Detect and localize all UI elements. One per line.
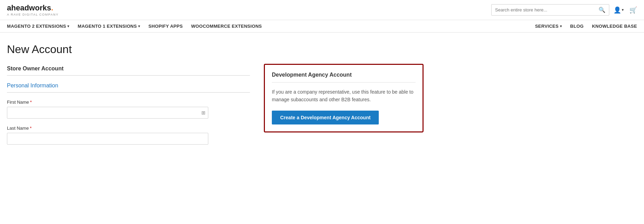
search-icon: 🔍 — [599, 7, 605, 13]
nav-shopify[interactable]: SHOPIFY APPS — [149, 24, 183, 29]
dev-agency-card: Development Agency Account If you are a … — [264, 64, 424, 132]
left-column: New Account Store Owner Account Personal… — [7, 43, 250, 152]
first-name-label: First Name * — [7, 100, 250, 105]
nav-services[interactable]: SERVICES ▾ — [535, 24, 562, 29]
logo-works: works — [29, 3, 51, 12]
personal-info-section-title: Personal Information — [7, 83, 250, 93]
search-box[interactable]: 🔍 — [491, 4, 609, 16]
right-column: Development Agency Account If you are a … — [264, 43, 424, 152]
last-name-required: * — [30, 126, 32, 131]
nav-services-label: SERVICES — [535, 24, 559, 29]
nav-woocommerce-label: WOOCOMMERCE EXTENSIONS — [191, 24, 262, 29]
account-icon: 👤 — [613, 6, 621, 14]
page-content: New Account Store Owner Account Personal… — [0, 33, 486, 162]
cart-icon: 🛒 — [629, 6, 637, 14]
nav-magento2-label: MAGENTO 2 EXTENSIONS — [7, 24, 66, 29]
cart-button[interactable]: 🛒 — [629, 6, 637, 14]
nav-knowledge-base[interactable]: KNOWLEDGE BASE — [592, 24, 637, 29]
nav-blog[interactable]: BLOG — [570, 24, 584, 29]
logo-dot: . — [51, 3, 53, 12]
last-name-input[interactable] — [7, 133, 208, 145]
logo-ahead: ahead — [7, 3, 29, 12]
nav-magento1-chevron: ▾ — [138, 24, 140, 28]
nav-blog-label: BLOG — [570, 24, 584, 29]
search-input[interactable] — [495, 7, 599, 12]
first-name-input[interactable] — [7, 107, 208, 119]
nav-magento1-label: MAGENTO 1 EXTENSIONS — [78, 24, 137, 29]
account-chevron: ▾ — [622, 8, 624, 12]
first-name-wrapper: ⊞ — [7, 107, 208, 119]
logo-tagline: A RAVE DIGITAL COMPANY — [7, 13, 59, 16]
account-button[interactable]: 👤 ▾ — [613, 6, 624, 14]
nav-shopify-label: SHOPIFY APPS — [149, 24, 183, 29]
nav-left: MAGENTO 2 EXTENSIONS ▾ MAGENTO 1 EXTENSI… — [7, 24, 262, 29]
nav-services-chevron: ▾ — [560, 24, 562, 28]
nav-magento2[interactable]: MAGENTO 2 EXTENSIONS ▾ — [7, 24, 69, 29]
logo: aheadworks. A RAVE DIGITAL COMPANY — [7, 3, 59, 16]
main-nav: MAGENTO 2 EXTENSIONS ▾ MAGENTO 1 EXTENSI… — [0, 20, 644, 33]
last-name-field-group: Last Name * — [7, 126, 250, 145]
first-name-required: * — [30, 100, 32, 105]
last-name-label: Last Name * — [7, 126, 250, 131]
nav-right: SERVICES ▾ BLOG KNOWLEDGE BASE — [535, 24, 637, 29]
header: aheadworks. A RAVE DIGITAL COMPANY 🔍 👤 ▾… — [0, 0, 644, 20]
create-dev-agency-button[interactable]: Create a Development Agency Account — [272, 111, 379, 124]
dev-agency-title: Development Agency Account — [272, 72, 416, 83]
first-name-icon: ⊞ — [201, 110, 206, 115]
last-name-wrapper — [7, 133, 208, 145]
nav-magento1[interactable]: MAGENTO 1 EXTENSIONS ▾ — [78, 24, 140, 29]
store-owner-section-title: Store Owner Account — [7, 66, 250, 76]
first-name-field-group: First Name * ⊞ — [7, 100, 250, 119]
search-button[interactable]: 🔍 — [599, 7, 605, 13]
header-right: 🔍 👤 ▾ 🛒 — [491, 4, 637, 16]
page-title: New Account — [7, 43, 250, 56]
header-icons: 👤 ▾ 🛒 — [613, 6, 637, 14]
nav-woocommerce[interactable]: WOOCOMMERCE EXTENSIONS — [191, 24, 262, 29]
logo-text: aheadworks. — [7, 3, 59, 12]
nav-knowledge-base-label: KNOWLEDGE BASE — [592, 24, 637, 29]
nav-magento2-chevron: ▾ — [67, 24, 69, 28]
dev-agency-description: If you are a company representative, use… — [272, 88, 416, 104]
